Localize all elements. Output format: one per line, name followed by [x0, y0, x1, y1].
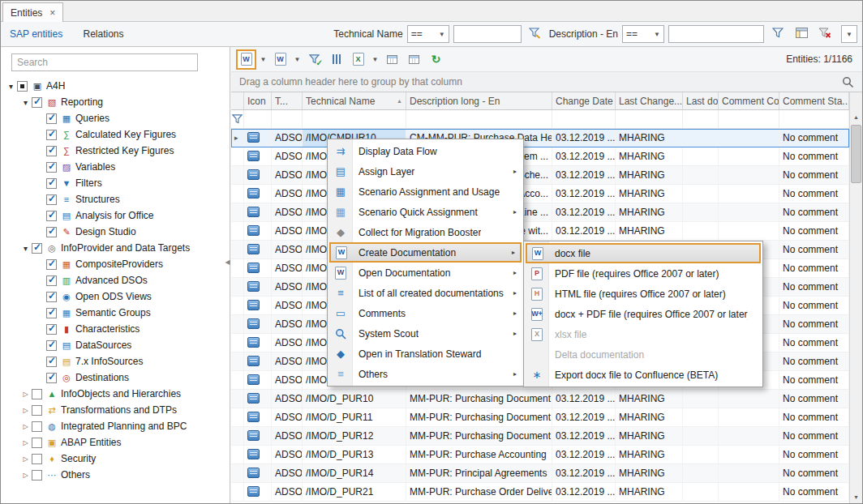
- tree-expander-icon[interactable]: ▷: [20, 423, 31, 430]
- table-row[interactable]: ADSO/IMOAcco...03.12.2019 ...MHARINGNo c…: [231, 185, 849, 203]
- menu-item-create-documentation[interactable]: WCreate Documentation▸: [329, 242, 522, 263]
- menu-item-export-docx-file-to-confluence-beta[interactable]: ∗Export docx file to Confluence (BETA): [526, 365, 761, 385]
- tree-item-compositeproviders[interactable]: ▦CompositeProviders: [4, 256, 230, 272]
- checkbox[interactable]: [46, 373, 57, 383]
- table-row[interactable]: ADSO/IMO/D_PUR10MM-PUR: Purchasing Docum…: [231, 390, 849, 408]
- table-row[interactable]: ADSO/IMO/D_PUR13MM-PUR: Purchase Account…: [231, 446, 849, 464]
- checkbox[interactable]: [32, 438, 42, 448]
- tree-item-7-x-infosources[interactable]: ▤7.x InfoSources: [4, 353, 230, 369]
- checkbox[interactable]: [46, 357, 57, 367]
- checkbox[interactable]: [46, 340, 57, 351]
- tree-item-restricted-key-figures[interactable]: ∑Restricted Key Figures: [4, 143, 230, 159]
- apply-filter-button[interactable]: [768, 25, 788, 43]
- checkbox[interactable]: [32, 97, 42, 108]
- filter-row-funnel-icon[interactable]: [231, 110, 244, 128]
- menu-item-list-of-all-created-documentations[interactable]: ≡List of all created documentations▸: [329, 283, 522, 303]
- group-panel[interactable]: Drag a column header here to group by th…: [231, 71, 862, 92]
- menu-item-scenario-quick-assignment[interactable]: ▦Scenario Quick Assignment▸: [329, 202, 522, 222]
- grid-filter-row[interactable]: [231, 110, 849, 129]
- menu-item-html-file-requires-office-2007-or-later[interactable]: HHTML file (requires Office 2007 or late…: [526, 284, 761, 304]
- menu-item-scenario-assignment-and-usage[interactable]: ▦Scenario Assignment and Usage: [329, 182, 522, 202]
- tree-item-calculated-key-figures[interactable]: ∑Calculated Key Figures: [4, 126, 230, 143]
- filter-cell-comment-co[interactable]: [719, 110, 779, 128]
- menu-item-docx-pdf-file-requires-office-2007-or-later[interactable]: W+docx + PDF file (requires Office 2007 …: [526, 304, 761, 324]
- table-row[interactable]: ADSO/IMO/D_PUR12MM-PUR: Purchasing Docum…: [231, 427, 849, 446]
- scroll-down-button[interactable]: ▼: [850, 490, 862, 503]
- menu-item-others[interactable]: ≡Others▸: [329, 364, 522, 384]
- checkbox[interactable]: [32, 421, 42, 432]
- checkbox[interactable]: [32, 243, 42, 254]
- tree-item-design-studio[interactable]: ✎Design Studio: [4, 224, 230, 240]
- checkbox[interactable]: [46, 194, 57, 205]
- vertical-scrollbar[interactable]: ▲ ▼: [849, 92, 862, 503]
- table-row[interactable]: ADSO/IMOSche...03.12.2019 ...MHARINGNo c…: [231, 166, 849, 185]
- table-row[interactable]: ADSO/IMO/D_PUR21MM-PUR: Purchase Order D…: [231, 483, 849, 502]
- tree-item-characteristics[interactable]: ▮Characteristics: [4, 321, 230, 337]
- tree-item-datasources[interactable]: ▤DataSources: [4, 337, 230, 353]
- export-excel-button[interactable]: X: [348, 49, 368, 70]
- tree-item-reporting[interactable]: ▾▧Reporting: [4, 94, 230, 110]
- tree-expander-icon[interactable]: ▷: [20, 472, 31, 479]
- column-header-technical-name[interactable]: Technical Name▲: [303, 92, 406, 109]
- close-icon[interactable]: ×: [49, 7, 55, 19]
- scrollbar-thumb[interactable]: [851, 125, 861, 183]
- export-excel-button-dropdown[interactable]: ▼: [370, 49, 380, 70]
- checkbox[interactable]: [32, 389, 42, 399]
- tree-item-analysis-for-office[interactable]: ▤Analysis for Office: [4, 207, 230, 224]
- tree-expander-icon[interactable]: ▾: [6, 82, 16, 91]
- tab-sap-entities[interactable]: SAP entities: [1, 22, 71, 46]
- properties-button[interactable]: [326, 49, 346, 70]
- tree-item-filters[interactable]: ▼Filters: [4, 175, 230, 191]
- menu-item-docx-file[interactable]: Wdocx file: [526, 243, 761, 263]
- technical-name-filter-input[interactable]: [453, 25, 522, 43]
- tree-item-a4h[interactable]: ▾▣A4H: [4, 78, 230, 94]
- tree-expander-icon[interactable]: ▾: [20, 244, 31, 253]
- menu-item-open-in-translation-steward[interactable]: ◆Open in Translation Steward: [329, 344, 522, 364]
- tab-entities[interactable]: Entities ×: [2, 2, 63, 22]
- menu-item-collect-for-migration-booster[interactable]: ◆Collect for Migration Booster: [329, 222, 522, 242]
- create-docx-button[interactable]: W: [236, 49, 256, 70]
- technical-name-filter-button[interactable]: [526, 25, 545, 43]
- menu-item-comments[interactable]: ▭Comments▸: [329, 303, 522, 323]
- menu-item-display-data-flow[interactable]: ⇉Display Data Flow: [329, 141, 522, 161]
- column-header-comment-co[interactable]: Comment Co...: [719, 92, 779, 109]
- tree-item-transformations-and-dtps[interactable]: ▷⇄Transformations and DTPs: [4, 402, 230, 418]
- table-row[interactable]: ADSO/IMO/D_PUR11MM-PUR: Purchasing Docum…: [231, 408, 849, 427]
- filter-cell-last-change[interactable]: [616, 110, 683, 128]
- create-docx-button-dropdown[interactable]: ▼: [258, 49, 268, 70]
- table-row[interactable]: ▸ADSO/IMO/CMPUR10CM-MM-PUR: Purchase Dat…: [231, 129, 849, 147]
- checkbox[interactable]: [46, 113, 57, 124]
- menu-item-open-documentation[interactable]: WOpen Documentation▸: [329, 263, 522, 283]
- checkbox[interactable]: [46, 162, 57, 173]
- tree-item-infoprovider-and-data-targets[interactable]: ▾◎InfoProvider and Data Targets: [4, 240, 230, 256]
- sidebar-collapse-handle[interactable]: ◀: [224, 244, 231, 280]
- tree-item-variables[interactable]: ▨Variables: [4, 159, 230, 175]
- checkbox[interactable]: [46, 130, 57, 140]
- tree-item-integrated-planning-and-bpc[interactable]: ▷◍Integrated Planning and BPC: [4, 418, 230, 434]
- tree-item-queries[interactable]: ▦Queries: [4, 110, 230, 126]
- checkbox[interactable]: [46, 259, 57, 270]
- description-filter-input[interactable]: [668, 25, 764, 43]
- checkbox[interactable]: [46, 211, 57, 221]
- column-header-description-long-en[interactable]: Description long - En: [406, 92, 552, 109]
- tree-item-open-ods-views[interactable]: ◉Open ODS Views: [4, 288, 230, 305]
- menu-item-assign-layer[interactable]: ▤Assign Layer▸: [329, 161, 522, 182]
- search-input[interactable]: [11, 53, 198, 71]
- tree-item-destinations[interactable]: ◎Destinations: [4, 369, 230, 386]
- tree-expander-icon[interactable]: ▷: [20, 391, 31, 398]
- filter-cell-description-long-en[interactable]: [406, 110, 552, 128]
- checkbox[interactable]: [46, 146, 57, 156]
- scroll-up-button[interactable]: ▲: [850, 110, 862, 123]
- tree-item-others[interactable]: ▷⋯Others: [4, 467, 230, 483]
- technical-name-operator-select[interactable]: == ▼: [407, 25, 449, 43]
- description-operator-select[interactable]: == ▼: [622, 25, 664, 43]
- tree-item-advanced-dsos[interactable]: ▥Advanced DSOs: [4, 272, 230, 288]
- column-header-t[interactable]: T...: [272, 92, 303, 109]
- tree-expander-icon[interactable]: ▷: [20, 407, 31, 414]
- column-header-change-date[interactable]: Change Date: [552, 92, 616, 109]
- grid-export-button[interactable]: [404, 49, 424, 70]
- tree-expander-icon[interactable]: ▷: [20, 439, 31, 446]
- checkbox[interactable]: [46, 324, 57, 335]
- filter-cell-technical-name[interactable]: [303, 110, 406, 128]
- checkbox[interactable]: [32, 470, 42, 481]
